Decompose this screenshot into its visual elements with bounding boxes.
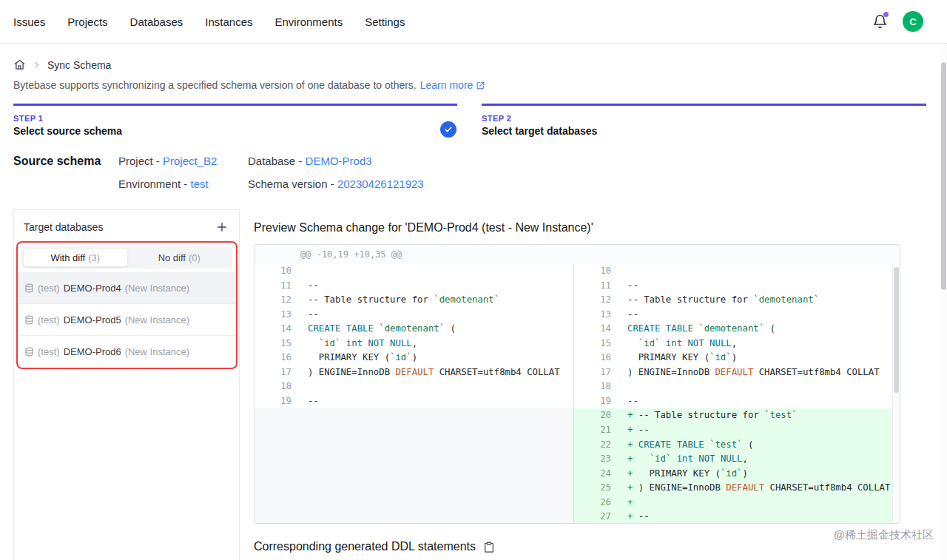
step-2-title: Select target databases (482, 125, 926, 137)
diff-filter-tabs: With diff (3) No diff (0) (21, 246, 232, 269)
diff-code-row: 19-- (574, 394, 892, 409)
target-databases-title: Target databases (24, 221, 103, 233)
diff-code-row: 10 (255, 264, 573, 279)
source-environment: Environment - test (118, 178, 248, 190)
nav-menu: IssuesProjectsDatabasesInstancesEnvironm… (13, 16, 405, 28)
target-db-row[interactable]: (test) DEMO-Prod4 (New Instance) (18, 272, 236, 304)
nav-right: C (872, 11, 923, 32)
diff-scrollbar (892, 264, 900, 523)
diff-code-row: 19-- (255, 394, 573, 409)
nav-item-instances[interactable]: Instances (205, 16, 252, 28)
target-db-suffix: (New Instance) (125, 283, 189, 294)
tab-with-diff-count: (3) (88, 252, 100, 263)
target-db-env: (test) (38, 314, 60, 325)
step-2-label: STEP 2 (482, 114, 926, 123)
diff-code-row: 12-- Table structure for `demotenant` (574, 293, 892, 308)
diff-code-row: 14CREATE TABLE `demotenant` ( (255, 322, 573, 337)
diff-right: 1011--12-- Table structure for `demotena… (573, 264, 892, 523)
diff-filler-row (255, 408, 573, 423)
environment-label: Environment - (118, 178, 187, 190)
notification-bell-icon[interactable] (872, 13, 888, 30)
diff-code-row: 27+ -- (574, 510, 892, 523)
tab-no-diff[interactable]: No diff (0) (128, 248, 232, 267)
diff-hunk-header: @@ -10,19 +10,35 @@ (255, 245, 900, 264)
diff-filler-row (255, 452, 573, 467)
diff-code-row: 18 (255, 379, 573, 394)
diff-filler-row (255, 438, 573, 453)
diff-code-row: 26+ (574, 496, 892, 510)
nav-item-databases[interactable]: Databases (130, 16, 183, 28)
tab-with-diff[interactable]: With diff (3) (23, 248, 128, 267)
target-db-suffix: (New Instance) (125, 346, 189, 357)
diff-code-row: 24+ PRIMARY KEY (`id`) (574, 467, 892, 482)
project-link[interactable]: Project_B2 (163, 155, 217, 167)
diff-code-row: 15 `id` int NOT NULL, (574, 337, 892, 351)
copy-ddl-icon[interactable] (483, 541, 495, 553)
diff-code-row: 21+ -- (574, 423, 892, 438)
page-description: Bytebase supports synchronizing a specif… (13, 79, 934, 91)
page-scrollbar-thumb[interactable] (941, 62, 946, 290)
tab-no-diff-label: No diff (158, 252, 186, 263)
description-text: Bytebase supports synchronizing a specif… (13, 79, 417, 91)
diff-code-row: 25+ ) ENGINE=InnoDB DEFAULT CHARSET=utf8… (574, 481, 892, 496)
diff-code-row: 11-- (574, 279, 892, 294)
diff-code-row: 18 (574, 379, 892, 394)
diff-code-row: 10 (574, 264, 892, 279)
step-1-progress-bar (13, 104, 457, 106)
add-target-database-button[interactable] (215, 220, 229, 234)
environment-link[interactable]: test (191, 178, 209, 190)
watermark: @稀土掘金技术社区 (834, 528, 934, 542)
diff-code-row: 12-- Table structure for `demotenant` (255, 293, 573, 308)
schema-version-link[interactable]: 20230426121923 (337, 178, 424, 190)
diff-filler-row (255, 423, 573, 438)
avatar[interactable]: C (903, 11, 923, 32)
target-db-row[interactable]: (test) DEMO-Prod6 (New Instance) (18, 336, 236, 368)
preview-title: Preview Schema change for 'DEMO-Prod4 (t… (254, 221, 900, 235)
external-link-icon (476, 81, 485, 90)
step-1-label: STEP 1 (13, 114, 457, 123)
diff-code-row: 13-- (255, 308, 573, 323)
learn-more-label: Learn more (420, 79, 474, 91)
ddl-title: Corresponding generated DDL statements (254, 540, 476, 553)
step-1-completed-check-icon (440, 121, 456, 138)
diff-code-row: 16 PRIMARY KEY (`id`) (574, 351, 892, 365)
diff-code-row: 11-- (255, 279, 573, 294)
main-area: Target databases With diff (3) No diff (… (0, 209, 947, 560)
top-nav: IssuesProjectsDatabasesInstancesEnvironm… (0, 0, 947, 44)
home-icon[interactable] (13, 58, 26, 71)
target-db-env: (test) (38, 346, 60, 357)
diff-code-row: 16 PRIMARY KEY (`id`) (255, 351, 573, 365)
nav-item-settings[interactable]: Settings (365, 16, 405, 28)
notification-dot (883, 12, 889, 17)
preview-panel: Preview Schema change for 'DEMO-Prod4 (t… (254, 209, 900, 553)
target-db-list: (test) DEMO-Prod4 (New Instance) (test) … (18, 272, 236, 368)
diff-scrollbar-thumb[interactable] (894, 267, 899, 393)
steps: STEP 1 Select source schema STEP 2 Selec… (13, 104, 926, 137)
ddl-section: Corresponding generated DDL statements (254, 540, 900, 553)
nav-item-projects[interactable]: Projects (67, 16, 107, 28)
database-link[interactable]: DEMO-Prod3 (306, 155, 372, 167)
target-db-env: (test) (38, 283, 60, 294)
diff-code-row: 17) ENGINE=InnoDB DEFAULT CHARSET=utf8mb… (255, 365, 573, 380)
diff-code-row: 13-- (574, 308, 892, 323)
database-engine-icon (24, 347, 34, 357)
diff-filler-row (255, 496, 573, 510)
database-label: Database - (248, 155, 302, 167)
diff-left: 1011--12-- Table structure for `demotena… (255, 264, 573, 523)
diff-code-row: 20+ -- Table structure for `test` (574, 408, 892, 423)
page-scrollbar (940, 44, 947, 560)
target-db-row[interactable]: (test) DEMO-Prod5 (New Instance) (18, 304, 236, 336)
target-databases-panel: Target databases With diff (3) No diff (… (13, 209, 240, 560)
diff-code-row: 17) ENGINE=InnoDB DEFAULT CHARSET=utf8mb… (574, 365, 892, 380)
diff-viewer: @@ -10,19 +10,35 @@ 1011--12-- Table str… (254, 244, 900, 524)
source-schema-version: Schema version - 20230426121923 (248, 178, 934, 190)
database-engine-icon (24, 315, 34, 325)
diff-code-row: 22+ CREATE TABLE `test` ( (574, 438, 892, 453)
source-schema-heading: Source schema (13, 155, 118, 168)
nav-item-issues[interactable]: Issues (13, 16, 45, 28)
step-1-title: Select source schema (13, 125, 457, 137)
nav-item-environments[interactable]: Environments (274, 16, 343, 28)
learn-more-link[interactable]: Learn more (420, 79, 486, 91)
breadcrumb-current: Sync Schema (47, 59, 111, 71)
step-2-progress-bar (482, 104, 926, 106)
